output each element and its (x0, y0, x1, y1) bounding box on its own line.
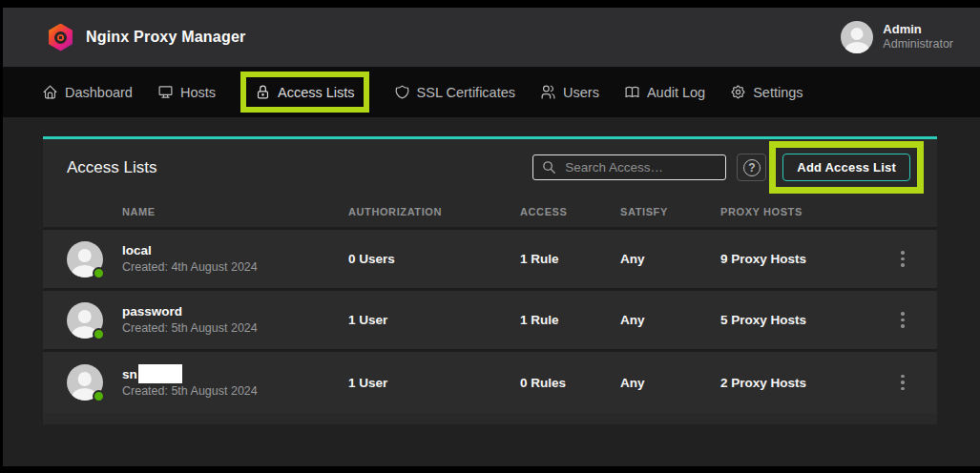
cell-name: sn Created: 5th August 2024 (122, 364, 348, 401)
nav-label: Dashboard (65, 85, 133, 100)
nav-label: Settings (753, 85, 803, 100)
table-row[interactable]: sn Created: 5th August 2024 1 User 0 Rul… (43, 352, 937, 413)
row-menu-kebab-icon[interactable] (892, 368, 913, 397)
user-avatar (841, 21, 873, 53)
app-header: Nginx Proxy Manager Admin Administrator (0, 8, 980, 67)
access-list-name: local (122, 242, 348, 259)
window-left-edge (0, 0, 3, 473)
online-status-dot (93, 390, 105, 402)
nav-item-audit-log[interactable]: Audit Log (624, 84, 705, 100)
column-header-authorization: Authorization (348, 206, 520, 217)
shield-icon (394, 84, 410, 100)
main-content: Access Lists ? Add Access List Name Auth… (0, 136, 980, 473)
nav-item-settings[interactable]: Settings (730, 84, 803, 100)
table-row[interactable]: password Created: 5th August 2024 1 User… (43, 291, 937, 352)
home-icon (42, 84, 58, 100)
cell-satisfy: Any (620, 252, 720, 266)
cell-access: 1 Rule (520, 313, 620, 327)
row-menu-kebab-icon[interactable] (892, 245, 913, 274)
help-circle-icon: ? (743, 159, 761, 176)
search-input[interactable] (565, 160, 718, 175)
nav-item-users[interactable]: Users (540, 84, 599, 100)
created-date: Created: 4th August 2024 (122, 259, 348, 277)
cell-name: password Created: 5th August 2024 (122, 303, 348, 337)
row-avatar (67, 364, 103, 401)
nav-label: Users (563, 85, 599, 100)
nav-item-ssl-certificates[interactable]: SSL Certificates (394, 84, 515, 100)
avatar-head-shape (851, 28, 864, 40)
avatar-head-shape (78, 310, 92, 323)
user-role: Administrator (883, 37, 953, 52)
online-status-dot (93, 267, 105, 279)
user-menu[interactable]: Admin Administrator (841, 21, 953, 53)
search-icon (541, 159, 557, 175)
help-button[interactable]: ? (737, 154, 766, 181)
access-list-name: password (122, 303, 348, 320)
gear-icon (730, 84, 746, 100)
book-icon (624, 84, 640, 100)
created-date: Created: 5th August 2024 (122, 320, 348, 338)
access-lists-panel: Access Lists ? Add Access List Name Auth… (43, 136, 937, 424)
app-title: Nginx Proxy Manager (86, 29, 245, 46)
online-status-dot (93, 328, 105, 340)
column-header-access: Access (520, 206, 620, 217)
window-bottom-edge (0, 466, 980, 473)
cell-satisfy: Any (620, 313, 720, 327)
row-avatar (67, 302, 103, 339)
created-date: Created: 5th August 2024 (122, 383, 348, 401)
cell-proxy-hosts: 5 Proxy Hosts (720, 313, 883, 327)
cell-authorization: 1 User (348, 376, 520, 390)
row-avatar (67, 241, 103, 278)
lock-icon (255, 84, 271, 100)
table-header-row: Name Authorization Access Satisfy Proxy … (43, 195, 937, 230)
add-access-list-button[interactable]: Add Access List (782, 154, 910, 181)
cell-proxy-hosts: 9 Proxy Hosts (720, 252, 883, 266)
avatar-torso-shape (845, 42, 868, 53)
redaction-box (138, 364, 182, 383)
main-nav: Dashboard Hosts Access Lists SSL Certifi… (0, 67, 980, 117)
column-header-satisfy: Satisfy (620, 206, 720, 217)
users-icon (540, 84, 556, 100)
user-name: Admin (883, 22, 953, 37)
nav-item-dashboard[interactable]: Dashboard (42, 84, 133, 100)
cell-proxy-hosts: 2 Proxy Hosts (720, 376, 883, 390)
nav-label: SSL Certificates (417, 85, 515, 100)
access-list-name: sn (122, 364, 348, 383)
avatar-head-shape (78, 249, 92, 262)
nav-item-hosts[interactable]: Hosts (157, 84, 216, 100)
table-row[interactable]: local Created: 4th August 2024 0 Users 1… (43, 230, 937, 291)
npm-logo-icon[interactable] (48, 24, 73, 51)
avatar-head-shape (78, 372, 92, 385)
npm-logo-ring (54, 31, 67, 44)
cell-access: 0 Rules (520, 376, 620, 390)
nav-label: Access Lists (278, 85, 355, 100)
highlight-box-access-lists: Access Lists (240, 72, 369, 113)
nav-label: Hosts (180, 85, 216, 100)
column-header-name: Name (122, 206, 348, 217)
monitor-icon (157, 84, 174, 100)
cell-name: local Created: 4th August 2024 (122, 242, 348, 276)
cell-authorization: 0 Users (348, 252, 520, 266)
nav-label: Audit Log (647, 85, 705, 100)
highlight-box-add-access-list: Add Access List (769, 141, 924, 194)
row-menu-kebab-icon[interactable] (892, 306, 913, 335)
search-box (532, 154, 726, 180)
nav-item-access-lists[interactable]: Access Lists (255, 84, 355, 100)
cell-authorization: 1 User (348, 313, 520, 327)
panel-header: Access Lists ? Add Access List (43, 139, 937, 195)
cell-satisfy: Any (620, 376, 720, 390)
page-title: Access Lists (67, 158, 156, 177)
column-header-proxy-hosts: Proxy Hosts (720, 206, 883, 217)
cell-access: 1 Rule (520, 252, 620, 266)
window-top-edge (0, 0, 980, 8)
